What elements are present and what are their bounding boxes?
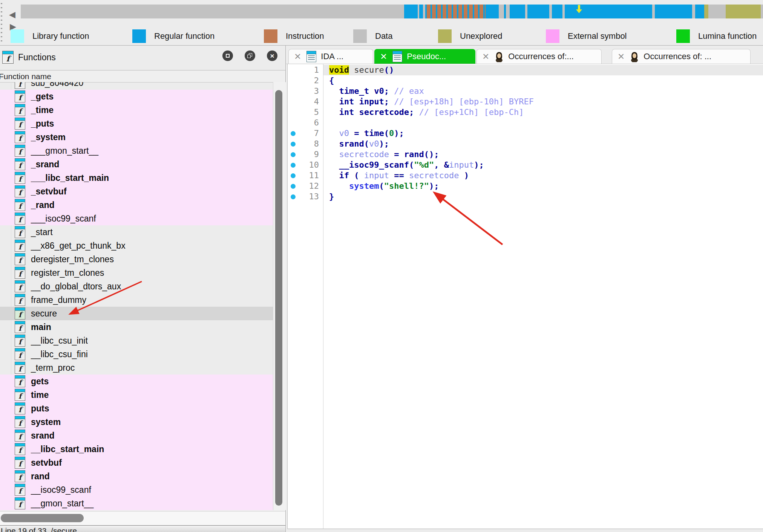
code-line-13[interactable]: }	[329, 191, 334, 202]
navband-segment-blue[interactable]	[419, 5, 423, 18]
pseudocode-view[interactable]: 1void secure()2{3 time_t v0; // eax4 int…	[287, 64, 763, 529]
legend-label: External symbol	[568, 31, 627, 41]
code-line-4[interactable]: int input; // [esp+18h] [ebp-10h] BYREF	[329, 96, 534, 107]
function-name: secure	[31, 309, 57, 319]
function-row-__libc_csu_init[interactable]: f__libc_csu_init	[0, 334, 273, 347]
function-row-register_tm_clones[interactable]: fregister_tm_clones	[0, 266, 273, 280]
function-row-gets[interactable]: fgets	[0, 375, 273, 388]
function-row-puts[interactable]: fputs	[0, 402, 273, 415]
navigation-band[interactable]	[21, 5, 763, 18]
tab-pseudoc-[interactable]: ✕Pseudoc...	[374, 49, 475, 64]
functions-vertical-scrollbar[interactable]	[273, 82, 286, 510]
function-row-frame_dummy[interactable]: fframe_dummy	[0, 293, 273, 307]
navband-segment-blue[interactable]	[510, 5, 525, 18]
tab-ida-[interactable]: ✕IDA ...	[288, 49, 373, 64]
function-row-_term_proc[interactable]: f_term_proc	[0, 361, 273, 375]
code-line-3[interactable]: time_t v0; // eax	[329, 86, 424, 96]
tab-occurrences-of-[interactable]: ✕Occurrences of: ...	[612, 49, 751, 64]
code-line-11[interactable]: if ( input == secretcode )	[329, 170, 469, 181]
navband-segment-blue[interactable]	[404, 5, 418, 18]
code-line-8[interactable]: srand(v0);	[329, 139, 389, 149]
function-row-__libc_start_main[interactable]: f__libc_start_main	[0, 442, 273, 456]
function-row-time[interactable]: ftime	[0, 388, 273, 402]
function-row-main[interactable]: fmain	[0, 320, 273, 334]
listing-view-icon	[306, 51, 316, 62]
code-line-5[interactable]: int secretcode; // [esp+1Ch] [ebp-Ch]	[329, 107, 524, 118]
function-row-_time[interactable]: f_time	[0, 103, 273, 117]
navband-segment-gray[interactable]	[21, 5, 404, 18]
function-row-system[interactable]: fsystem	[0, 415, 273, 429]
code-token: 0	[389, 128, 394, 138]
function-row-__x86_get_pc_thunk_bx[interactable]: f__x86_get_pc_thunk_bx	[0, 239, 273, 252]
navband-segment-blue[interactable]	[527, 5, 549, 18]
line-number: 2	[298, 75, 319, 86]
tab-occurrences-of-[interactable]: ✕Occurrences of:...	[476, 49, 602, 64]
navigate-back-icon[interactable]: ◀	[9, 10, 15, 20]
function-icon: f	[15, 443, 25, 455]
navband-segment-olive[interactable]	[704, 5, 708, 18]
code-line-7[interactable]: v0 = time(0);	[329, 128, 404, 139]
gutter-separator	[323, 64, 323, 529]
code-token: (	[349, 171, 364, 180]
function-row-_system[interactable]: f_system	[0, 130, 273, 144]
function-row-secure[interactable]: fsecure	[0, 307, 273, 320]
navband-segment-blue[interactable]	[655, 5, 692, 18]
function-row-___isoc99_scanf[interactable]: f___isoc99_scanf	[0, 212, 273, 225]
function-row-___gmon_start__[interactable]: f___gmon_start__	[0, 144, 273, 157]
vertical-scrollbar-thumb[interactable]	[275, 90, 282, 506]
navband-segment-stripes[interactable]	[425, 5, 486, 18]
navband-segment-gray[interactable]	[761, 5, 763, 18]
navband-segment-blue[interactable]	[552, 5, 562, 18]
function-icon: f	[15, 158, 25, 170]
navband-segment-blue[interactable]	[486, 5, 499, 18]
function-row-_setvbuf[interactable]: f_setvbuf	[0, 185, 273, 198]
tab-close-icon[interactable]: ✕	[294, 52, 301, 62]
horizontal-scrollbar-thumb[interactable]	[1, 514, 84, 522]
code-line-10[interactable]: __isoc99_scanf("%d", &input);	[329, 160, 484, 170]
function-name: main	[31, 322, 51, 332]
function-icon: f	[15, 375, 25, 387]
code-line-2[interactable]: {	[329, 75, 334, 86]
function-icon: f	[15, 90, 25, 102]
navband-segment-gray[interactable]	[506, 5, 510, 18]
panel-title: Functions	[18, 52, 56, 63]
function-row-_puts[interactable]: f_puts	[0, 117, 273, 130]
function-row-___libc_start_main[interactable]: f___libc_start_main	[0, 171, 273, 185]
function-row-__libc_csu_fini[interactable]: f__libc_csu_fini	[0, 347, 273, 361]
code-line-1[interactable]: void secure()	[329, 65, 394, 75]
navband-segment-gray[interactable]	[652, 5, 655, 18]
navband-segment-gray[interactable]	[692, 5, 695, 18]
navband-segment-gray[interactable]	[499, 5, 504, 18]
function-row-deregister_tm_clones[interactable]: fderegister_tm_clones	[0, 252, 273, 266]
function-row-__isoc99_scanf[interactable]: f__isoc99_scanf	[0, 483, 273, 497]
function-row-setvbuf[interactable]: fsetvbuf	[0, 456, 273, 469]
function-row-__do_global_dtors_aux[interactable]: f__do_global_dtors_aux	[0, 280, 273, 293]
function-row-srand[interactable]: fsrand	[0, 429, 273, 442]
navband-segment-blue[interactable]	[695, 5, 704, 18]
function-row-__gmon_start__[interactable]: f__gmon_start__	[0, 497, 273, 510]
function-row-rand[interactable]: frand	[0, 469, 273, 483]
navband-segment-gray[interactable]	[549, 5, 552, 18]
float-window-button[interactable]	[222, 50, 233, 61]
function-row-_start[interactable]: f_start	[0, 225, 273, 239]
function-name: _term_proc	[31, 363, 75, 373]
address-bullet-icon	[291, 163, 296, 168]
function-row-_rand[interactable]: f_rand	[0, 198, 273, 212]
tab-close-icon[interactable]: ✕	[617, 52, 625, 62]
code-token: rand	[404, 150, 424, 159]
functions-horizontal-scrollbar[interactable]	[0, 511, 285, 526]
close-panel-button[interactable]: ✕	[267, 50, 277, 61]
restore-window-button[interactable]	[245, 50, 255, 61]
tab-close-icon[interactable]: ✕	[380, 52, 387, 62]
tab-close-icon[interactable]: ✕	[482, 52, 489, 62]
function-row-_gets[interactable]: f_gets	[0, 90, 273, 103]
function-list: fsub_8048420f_getsf_timef_putsf_systemf_…	[0, 82, 273, 510]
navband-segment-gray[interactable]	[708, 5, 726, 18]
function-row-_srand[interactable]: f_srand	[0, 157, 273, 171]
function-row-sub_8048420[interactable]: fsub_8048420	[0, 82, 273, 90]
code-line-12[interactable]: system("shell!?");	[329, 181, 439, 191]
code-line-9[interactable]: secretcode = rand();	[329, 149, 439, 160]
legend-label: Unexplored	[460, 31, 503, 41]
navband-segment-olive[interactable]	[726, 5, 761, 18]
column-header-function-name[interactable]: Function name	[0, 70, 285, 83]
